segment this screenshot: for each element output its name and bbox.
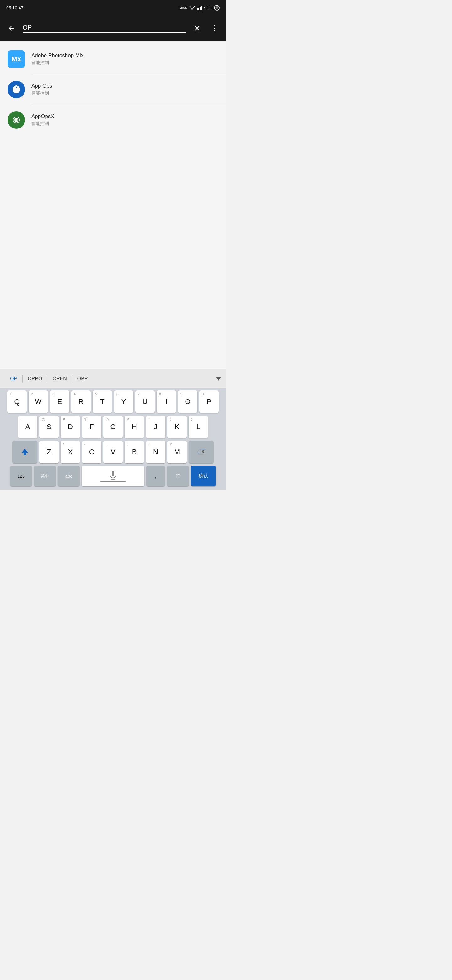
suggestion-opp[interactable]: OPP [72, 374, 93, 384]
key-j[interactable]: * J [146, 415, 165, 438]
app-item-appopsx[interactable]: AppOpsX 智能控制 [0, 105, 226, 135]
app-item-appops[interactable]: App Ops 智能控制 [0, 75, 226, 105]
more-dot [214, 28, 215, 29]
status-bar: 05:10:47 MB/S 92% [0, 0, 226, 16]
key-b[interactable]: : B [125, 441, 144, 463]
search-bar: OP [0, 16, 226, 41]
key-k[interactable]: ( K [167, 415, 187, 438]
app-category-appopsx: 智能控制 [32, 121, 54, 127]
shift-key[interactable] [12, 441, 37, 463]
key-abc[interactable]: abc [58, 466, 80, 486]
key-lang-label: 英中 [41, 473, 49, 479]
key-abc-label: abc [65, 474, 73, 479]
search-input-container[interactable]: OP [22, 24, 186, 33]
signal-icon [197, 5, 202, 10]
key-123-label: 123 [17, 474, 24, 479]
app-list: Mx Adobe Photoshop Mix 智能控制 App Ops 智能控制 [0, 41, 226, 138]
key-c[interactable]: - C [82, 441, 102, 463]
svg-point-0 [192, 10, 192, 10]
app-name-appopsx: AppOpsX [32, 113, 54, 120]
key-a[interactable]: ! A [18, 415, 37, 438]
suggestion-open[interactable]: OPEN [48, 374, 71, 384]
key-period[interactable]: ， [146, 466, 165, 486]
mic-icon [109, 471, 117, 480]
key-x[interactable]: / X [60, 441, 80, 463]
app-info-photoshop: Adobe Photoshop Mix 智能控制 [32, 52, 84, 66]
mbs-label: MB/S [179, 6, 187, 10]
key-space[interactable] [82, 466, 144, 486]
backspace-key[interactable] [189, 441, 214, 463]
app-item-photoshop[interactable]: Mx Adobe Photoshop Mix 智能控制 [0, 44, 226, 74]
suggestion-oppo[interactable]: OPPO [22, 374, 47, 384]
key-w[interactable]: 2 W [29, 390, 48, 413]
app-icon-appops [8, 81, 25, 98]
svg-rect-9 [112, 471, 114, 476]
app-category-photoshop: 智能控制 [32, 60, 84, 66]
status-icons: MB/S 92% [179, 5, 220, 11]
key-n[interactable]: ; N [146, 441, 165, 463]
app-info-appopsx: AppOpsX 智能控制 [32, 113, 54, 127]
keyboard-row-4: 123 英中 abc ， 符 [1, 466, 225, 486]
key-u[interactable]: 7 U [135, 390, 155, 413]
empty-area [0, 138, 226, 377]
app-info-appops: App Ops 智能控制 [32, 83, 52, 96]
suggestion-op[interactable]: OP [5, 374, 22, 384]
key-o[interactable]: 9 O [178, 390, 197, 413]
key-confirm-label: 确认 [198, 473, 208, 479]
key-r[interactable]: 4 R [71, 390, 91, 413]
expand-arrow-icon [216, 377, 221, 381]
key-d[interactable]: # D [60, 415, 80, 438]
key-confirm[interactable]: 确认 [191, 466, 216, 486]
key-i[interactable]: 8 I [157, 390, 176, 413]
key-h[interactable]: & H [125, 415, 144, 438]
battery-percent: 92% [204, 6, 212, 10]
space-underline [100, 481, 125, 482]
key-l[interactable]: ) L [189, 415, 208, 438]
app-category-appops: 智能控制 [32, 91, 52, 96]
key-123[interactable]: 123 [10, 466, 32, 486]
key-symbol-label: 符 [176, 473, 180, 479]
keyboard-row-1: 1 Q 2 W 3 E 4 R 5 T 6 Y [1, 390, 225, 413]
suggestions-bar: OP OPPO OPEN OPP [0, 369, 226, 388]
key-y[interactable]: 6 Y [114, 390, 133, 413]
more-dot [214, 25, 215, 26]
key-s[interactable]: @ S [39, 415, 59, 438]
app-name-appops: App Ops [32, 83, 52, 89]
clear-button[interactable] [191, 22, 203, 35]
key-q[interactable]: 1 Q [7, 390, 27, 413]
keyboard-row-2: ! A @ S # D $ F % G & H [1, 415, 225, 438]
svg-rect-1 [197, 8, 198, 10]
key-v[interactable]: _ V [103, 441, 123, 463]
app-name-photoshop: Adobe Photoshop Mix [32, 52, 84, 59]
svg-rect-2 [198, 8, 199, 10]
app-icon-photoshop: Mx [8, 50, 25, 68]
key-e[interactable]: 3 E [50, 390, 69, 413]
key-m[interactable]: ? M [167, 441, 187, 463]
key-lang[interactable]: 英中 [34, 466, 56, 486]
back-button[interactable] [5, 22, 17, 35]
app-icon-appopsx [8, 111, 25, 129]
more-dot [214, 30, 215, 32]
keyboard-row-3: ' Z / X - C _ V : B ; N [1, 441, 225, 463]
svg-rect-4 [201, 6, 202, 10]
key-t[interactable]: 5 T [93, 390, 112, 413]
battery-icon [214, 5, 220, 11]
svg-rect-3 [200, 6, 201, 10]
bottom-keyboard-area: OP OPPO OPEN OPP 1 Q 2 W 3 E 4 [0, 369, 226, 490]
key-p[interactable]: 0 P [199, 390, 219, 413]
key-period-label: ， [153, 473, 159, 480]
suggestion-expand[interactable] [216, 377, 221, 381]
search-underline [22, 32, 186, 33]
key-f[interactable]: $ F [82, 415, 102, 438]
wifi-icon [189, 6, 195, 10]
more-button[interactable] [208, 22, 221, 35]
key-g[interactable]: % G [103, 415, 123, 438]
key-z[interactable]: ' Z [39, 441, 59, 463]
keyboard: 1 Q 2 W 3 E 4 R 5 T 6 Y [0, 388, 226, 490]
time-display: 05:10:47 [6, 5, 24, 10]
key-symbol[interactable]: 符 [167, 466, 189, 486]
search-input[interactable]: OP [22, 24, 186, 31]
photoshop-icon-label: Mx [12, 55, 21, 63]
